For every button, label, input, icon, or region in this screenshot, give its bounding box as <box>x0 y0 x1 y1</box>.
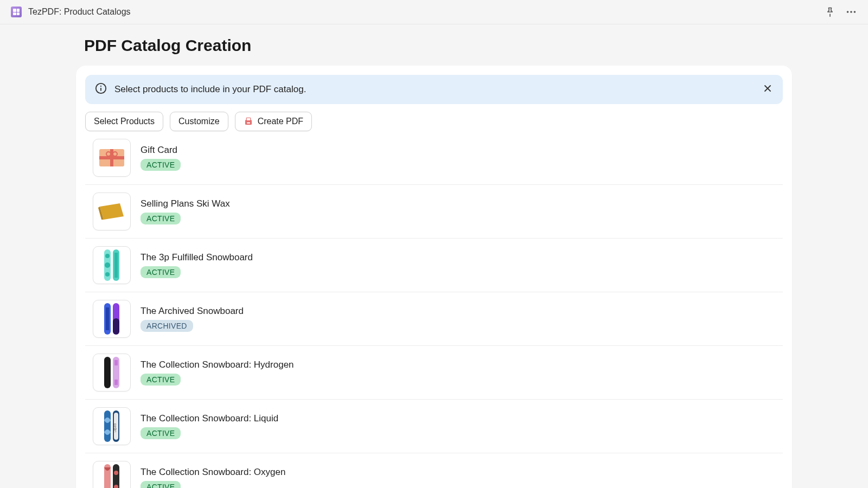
product-info: The Archived SnowboardARCHIVED <box>141 306 244 332</box>
topbar-right <box>825 6 857 18</box>
svg-rect-9 <box>246 118 251 120</box>
svg-point-36 <box>114 471 118 475</box>
product-row[interactable]: The Collection Snowboard: OxygenACTIVE <box>85 453 783 488</box>
product-thumbnail <box>93 461 131 488</box>
svg-text:LIQUID: LIQUID <box>113 423 117 432</box>
product-row[interactable]: The Collection Snowboard: HydrogenACTIVE <box>85 346 783 400</box>
status-badge: ACTIVE <box>141 266 181 278</box>
product-name: Selling Plans Ski Wax <box>141 198 230 209</box>
product-info: The 3p Fulfilled SnowboardACTIVE <box>141 252 253 278</box>
svg-rect-10 <box>247 123 250 124</box>
button-label: Customize <box>178 117 220 126</box>
svg-rect-28 <box>114 360 118 365</box>
product-row[interactable]: Gift CardACTIVE <box>85 139 783 185</box>
product-thumbnail <box>93 300 131 338</box>
status-badge: ACTIVE <box>141 159 181 171</box>
product-name: The Collection Snowboard: Liquid <box>141 413 278 424</box>
button-label: Select Products <box>94 117 155 126</box>
more-icon[interactable] <box>845 6 857 18</box>
product-row[interactable]: The Archived SnowboardARCHIVED <box>85 292 783 346</box>
product-row[interactable]: LIQUIDThe Collection Snowboard: LiquidAC… <box>85 400 783 453</box>
svg-rect-13 <box>110 149 113 166</box>
banner-text: Select products to include in your PDF c… <box>114 84 306 95</box>
svg-point-19 <box>105 272 110 277</box>
product-thumbnail <box>93 246 131 284</box>
topbar-left: TezPDF: Product Catalogs <box>11 7 131 17</box>
svg-point-0 <box>847 11 849 13</box>
button-label: Create PDF <box>258 117 303 126</box>
main-card: Select products to include in your PDF c… <box>76 66 792 488</box>
svg-rect-35 <box>113 464 119 488</box>
product-info: The Collection Snowboard: HydrogenACTIVE <box>141 359 294 386</box>
create-pdf-button[interactable]: Create PDF <box>235 112 312 131</box>
status-badge: ACTIVE <box>141 481 181 488</box>
svg-rect-23 <box>106 307 109 330</box>
product-name: The 3p Fulfilled Snowboard <box>141 252 253 263</box>
product-row[interactable]: The 3p Fulfilled SnowboardACTIVE <box>85 239 783 292</box>
page-title: PDF Catalog Creation <box>76 36 792 55</box>
pdf-icon <box>244 117 253 126</box>
page: PDF Catalog Creation Select products to … <box>0 24 868 488</box>
product-row[interactable]: Selling Plans Ski WaxACTIVE <box>85 185 783 239</box>
svg-point-17 <box>105 254 110 258</box>
svg-point-18 <box>105 262 110 268</box>
product-thumbnail <box>93 139 131 177</box>
product-info: Gift CardACTIVE <box>141 145 181 171</box>
status-badge: ACTIVE <box>141 374 181 386</box>
info-icon <box>95 82 107 97</box>
svg-rect-30 <box>104 410 111 442</box>
product-info: The Collection Snowboard: OxygenACTIVE <box>141 467 285 488</box>
svg-rect-21 <box>114 253 118 278</box>
action-bar: Select Products Customize Create PDF <box>85 112 783 131</box>
product-thumbnail <box>93 192 131 230</box>
product-list: Gift CardACTIVESelling Plans Ski WaxACTI… <box>85 139 783 488</box>
customize-button[interactable]: Customize <box>170 112 228 131</box>
product-name: The Collection Snowboard: Oxygen <box>141 467 285 478</box>
svg-rect-29 <box>114 380 118 385</box>
status-badge: ARCHIVED <box>141 320 193 332</box>
svg-rect-26 <box>104 357 111 388</box>
svg-point-5 <box>100 86 101 87</box>
status-badge: ACTIVE <box>141 213 181 224</box>
product-name: Gift Card <box>141 145 181 156</box>
pin-icon[interactable] <box>825 7 835 17</box>
info-banner: Select products to include in your PDF c… <box>85 75 783 104</box>
app-topbar: TezPDF: Product Catalogs <box>0 0 868 24</box>
app-icon <box>11 7 22 17</box>
product-info: The Collection Snowboard: LiquidACTIVE <box>141 413 278 439</box>
app-title: TezPDF: Product Catalogs <box>28 7 131 17</box>
select-products-button[interactable]: Select Products <box>85 112 163 131</box>
svg-point-2 <box>854 11 856 13</box>
close-icon[interactable] <box>762 83 773 96</box>
product-info: Selling Plans Ski WaxACTIVE <box>141 198 230 224</box>
product-name: The Archived Snowboard <box>141 306 244 317</box>
product-name: The Collection Snowboard: Hydrogen <box>141 359 294 370</box>
product-thumbnail <box>93 354 131 391</box>
svg-rect-25 <box>113 318 119 335</box>
product-thumbnail: LIQUID <box>93 407 131 445</box>
svg-point-1 <box>850 11 852 13</box>
status-badge: ACTIVE <box>141 427 181 439</box>
